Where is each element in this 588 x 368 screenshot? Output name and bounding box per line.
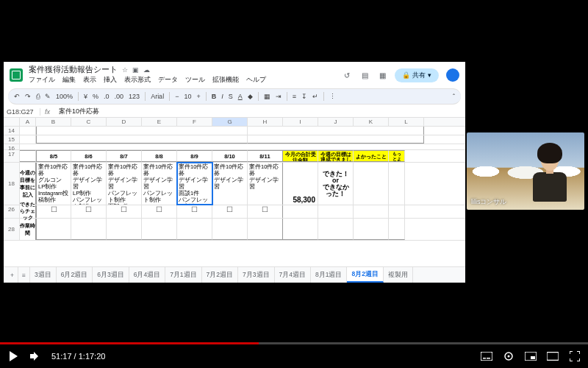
goal-6[interactable]: 案件10件応募 デザイン学習 <box>212 163 248 205</box>
menu-file[interactable]: ファイル <box>29 75 55 85</box>
font-size[interactable]: 10 <box>184 93 191 100</box>
hdr-total[interactable]: 今月の合計受注金額 <box>283 150 318 162</box>
tab-8[interactable]: 8月1週目 <box>311 267 347 283</box>
webcam-tile[interactable]: lilisコンサル <box>467 132 584 210</box>
valign-icon[interactable]: ↧ <box>301 93 307 100</box>
label-weekly-goal[interactable]: 今週の目標を事前に記入 <box>20 163 36 205</box>
menu-tools[interactable]: ツール <box>185 75 205 85</box>
grid[interactable]: A B C D E F G H I J K L 14 15 16 17 <box>4 118 465 265</box>
menu-view[interactable]: 表示 <box>83 75 96 85</box>
date-5[interactable]: 8/9 <box>177 150 212 162</box>
date-3[interactable]: 8/7 <box>107 150 142 162</box>
tab-4[interactable]: 7月1週目 <box>165 267 201 283</box>
row-18-25[interactable]: 18 <box>4 163 20 205</box>
more-formats-icon[interactable]: 123 <box>129 93 140 100</box>
row-17[interactable]: 17 <box>4 150 20 162</box>
meet-icon[interactable]: ▦ <box>377 70 387 80</box>
share-button[interactable]: 🔒 共有 ▾ <box>395 68 439 82</box>
check-5[interactable]: ☐ <box>177 205 212 218</box>
add-sheet-icon[interactable]: + <box>7 267 18 283</box>
comment-icon[interactable]: ▤ <box>359 70 370 80</box>
goal-2[interactable]: 案件10件応募 デザイン学習 LP制作 パンフレット制作 <box>71 163 107 205</box>
hdr-achieved[interactable]: 今週の目標は達成できましたか？ <box>318 150 354 162</box>
row-16[interactable]: 16 <box>4 144 20 149</box>
more-icon[interactable]: ⋮ <box>329 93 336 100</box>
theater-icon[interactable] <box>547 350 559 362</box>
tab-0[interactable]: 3週目 <box>30 267 57 283</box>
paint-icon[interactable]: ✎ <box>45 93 51 100</box>
tab-3[interactable]: 6月4週目 <box>129 267 165 283</box>
goal-1[interactable]: 案件10件応募 グルコン LP制作 Instagram投稿制作 <box>36 163 71 205</box>
tab-5[interactable]: 7月2週目 <box>202 267 238 283</box>
tab-7[interactable]: 7月4週目 <box>275 267 311 283</box>
print-icon[interactable]: ⎙ <box>36 93 40 100</box>
col-l[interactable]: L <box>389 118 424 126</box>
decimal-dec-icon[interactable]: .0 <box>104 93 110 100</box>
goal-7[interactable]: 案件10件応募 デザイン学習 <box>248 163 283 205</box>
menu-format[interactable]: 表示形式 <box>124 75 151 85</box>
history-icon[interactable]: ↺ <box>342 70 352 80</box>
settings-icon[interactable] <box>503 350 514 362</box>
font-select[interactable]: Arial <box>151 93 164 100</box>
decimal-inc-icon[interactable]: .00 <box>115 93 124 100</box>
goal-5[interactable]: 案件10件応募 デザイン学習 面談1件 パンフレット制作 <box>177 163 212 205</box>
label-worktime[interactable]: 作業時間 <box>20 219 36 240</box>
col-f[interactable]: F <box>177 118 212 126</box>
col-i[interactable]: I <box>283 118 318 126</box>
check-7[interactable]: ☐ <box>248 205 283 218</box>
bold-icon[interactable]: B <box>212 93 217 100</box>
col-k[interactable]: K <box>354 118 389 126</box>
tab-2[interactable]: 6月3週目 <box>93 267 129 283</box>
row-15[interactable]: 15 <box>4 135 20 144</box>
tab-10[interactable]: 複製用 <box>384 267 413 283</box>
menu-insert[interactable]: 挿入 <box>104 75 117 85</box>
wrap-icon[interactable]: ↵ <box>312 93 318 100</box>
col-h[interactable]: H <box>248 118 283 126</box>
date-7[interactable]: 8/11 <box>248 150 283 162</box>
name-box[interactable]: G18:G27 <box>4 108 40 116</box>
menu-help[interactable]: ヘルプ <box>246 75 266 85</box>
text-color-icon[interactable]: A <box>238 93 243 100</box>
volume-button[interactable] <box>29 350 41 362</box>
star-icon[interactable]: ☆ <box>122 66 128 74</box>
font-size-plus[interactable]: + <box>196 93 200 100</box>
fullscreen-icon[interactable] <box>569 350 581 362</box>
row-26[interactable]: 26 <box>4 205 20 218</box>
col-b[interactable]: B <box>36 118 71 126</box>
col-j[interactable]: J <box>318 118 354 126</box>
cloud-icon[interactable]: ☁ <box>143 66 150 74</box>
move-icon[interactable]: ▣ <box>132 66 139 74</box>
date-4[interactable]: 8/8 <box>142 150 177 162</box>
row-14[interactable]: 14 <box>4 127 20 135</box>
strike-icon[interactable]: S <box>229 93 233 100</box>
font-size-minus[interactable]: − <box>175 93 179 100</box>
check-3[interactable]: ☐ <box>107 205 142 218</box>
fill-color-icon[interactable]: ◆ <box>248 93 253 100</box>
redo-icon[interactable]: ↷ <box>25 93 31 100</box>
col-d[interactable]: D <box>107 118 142 126</box>
check-6[interactable]: ☐ <box>212 205 248 218</box>
check-4[interactable]: ☐ <box>142 205 177 218</box>
collapse-icon[interactable]: ˆ <box>453 93 455 100</box>
currency-icon[interactable]: ¥ <box>84 93 87 100</box>
menu-data[interactable]: データ <box>158 75 178 85</box>
check-2[interactable]: ☐ <box>71 205 107 218</box>
doc-title[interactable]: 案件獲得活動報告シート <box>29 64 118 75</box>
tab-1[interactable]: 6月2週目 <box>57 267 93 283</box>
col-e[interactable]: E <box>142 118 177 126</box>
captions-icon[interactable] <box>481 350 492 362</box>
achieved-text[interactable]: できた！ or できなかった！ <box>318 163 354 205</box>
hdr-good[interactable]: よかったこと <box>354 150 389 162</box>
borders-icon[interactable]: ▦ <box>264 93 270 100</box>
goal-3[interactable]: 案件10件応募 デザイン学習 パンフレット制作 面談1件 <box>107 163 142 205</box>
date-2[interactable]: 8/6 <box>71 150 107 162</box>
all-sheets-icon[interactable]: ≡ <box>18 267 30 283</box>
row-28[interactable]: 28 <box>4 219 20 240</box>
account-avatar[interactable] <box>446 68 459 82</box>
goal-4[interactable]: 案件10件応募 デザイン学習 パンフレット制作 <box>142 163 177 205</box>
fx-value[interactable]: 案件10件応募 <box>54 107 99 116</box>
play-button[interactable] <box>7 350 19 362</box>
menu-extensions[interactable]: 拡張機能 <box>212 75 239 85</box>
menu-edit[interactable]: 編集 <box>62 75 76 85</box>
col-c[interactable]: C <box>71 118 107 126</box>
